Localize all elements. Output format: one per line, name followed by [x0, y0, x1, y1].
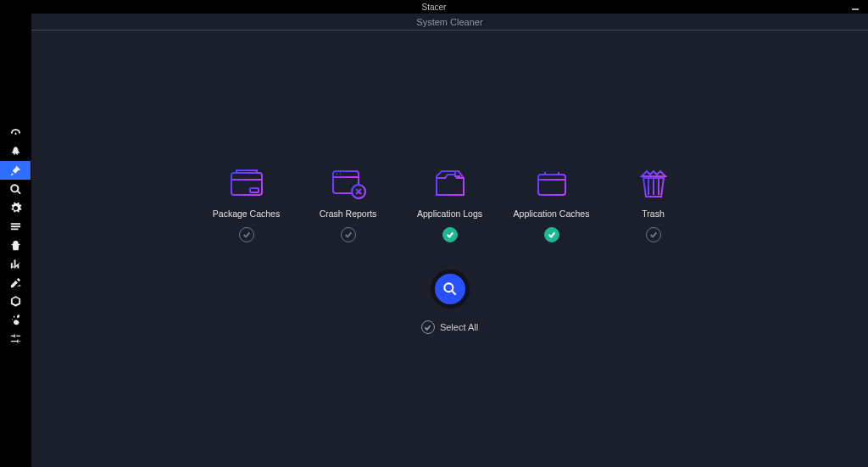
uninstaller-icon: [9, 239, 22, 252]
window-minimize-button[interactable]: [849, 0, 861, 12]
resources-icon: [9, 258, 22, 270]
sidebar-item-search[interactable]: [0, 180, 31, 198]
services-gear-icon: [9, 202, 22, 214]
sidebar-item-settings[interactable]: [0, 329, 31, 347]
main-panel: System Cleaner: [31, 14, 868, 467]
sidebar-item-uninstaller[interactable]: [0, 236, 31, 254]
page-title: System Cleaner: [31, 14, 868, 31]
settings-sliders-icon: [9, 332, 22, 345]
category-row: Package Caches: [209, 166, 691, 242]
category-trash: Trash: [616, 166, 691, 242]
sidebar-item-gnome[interactable]: [0, 310, 31, 329]
package-caches-icon: [226, 166, 267, 200]
category-package-caches: Package Caches: [209, 166, 284, 242]
category-checkbox-application-caches[interactable]: [544, 227, 559, 242]
category-checkbox-trash[interactable]: [646, 227, 661, 242]
search-icon: [9, 183, 22, 196]
category-label: Trash: [642, 208, 664, 219]
category-checkbox-crash-reports[interactable]: [341, 227, 356, 242]
gnome-icon: [9, 314, 22, 326]
svg-point-6: [444, 283, 453, 292]
cleaner-content: Package Caches: [31, 31, 868, 467]
helpers-icon: [9, 276, 22, 289]
apt-icon: [9, 295, 22, 308]
scan-row: Select All: [421, 270, 478, 334]
select-all-label: Select All: [440, 322, 478, 332]
sidebar-item-resources[interactable]: [0, 254, 31, 273]
sidebar-item-cleaner[interactable]: [0, 161, 31, 180]
category-label: Application Logs: [417, 208, 482, 219]
sidebar-item-processes[interactable]: [0, 217, 31, 236]
svg-rect-5: [538, 175, 565, 195]
sidebar-item-dashboard[interactable]: [0, 124, 31, 142]
select-all-check-icon: [421, 320, 435, 334]
category-label: Package Caches: [213, 208, 280, 219]
select-all-toggle[interactable]: Select All: [421, 320, 478, 334]
category-crash-reports: Crash Reports: [311, 166, 386, 242]
category-label: Crash Reports: [320, 208, 377, 219]
window-title: Stacer: [422, 3, 447, 12]
processes-icon: [9, 220, 22, 233]
svg-rect-1: [250, 188, 259, 192]
window-titlebar: Stacer: [0, 0, 868, 14]
application-caches-icon: [531, 166, 572, 200]
category-application-logs: Application Logs: [413, 166, 487, 242]
cleaner-icon: [9, 164, 22, 177]
category-application-caches: Application Caches: [515, 166, 589, 242]
startup-icon: [9, 146, 22, 158]
category-label: Application Caches: [514, 208, 590, 219]
crash-reports-icon: [328, 166, 369, 200]
sidebar-item-apt[interactable]: [0, 292, 31, 310]
category-checkbox-package-caches[interactable]: [239, 227, 254, 242]
trash-icon: [633, 166, 674, 200]
category-checkbox-application-logs[interactable]: [442, 227, 458, 242]
sidebar-item-startup[interactable]: [0, 142, 31, 161]
sidebar-item-helpers[interactable]: [0, 273, 31, 292]
application-logs-icon: [430, 166, 470, 200]
dashboard-icon: [9, 127, 22, 140]
sidebar: [0, 14, 31, 467]
scan-button[interactable]: [431, 270, 470, 309]
sidebar-item-services[interactable]: [0, 198, 31, 217]
magnifier-icon: [442, 281, 459, 297]
